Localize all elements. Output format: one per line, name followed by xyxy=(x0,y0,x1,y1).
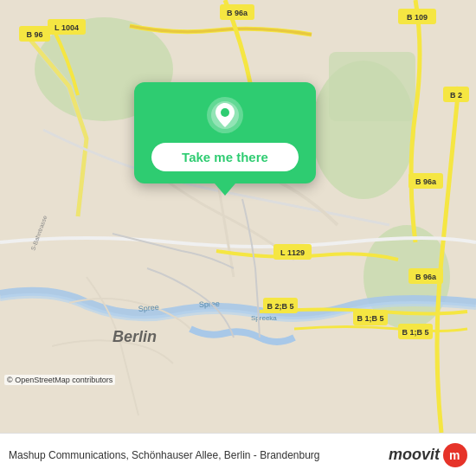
map-container: B 96 L 1004 B 96a B 109 B 2 B 96a B 96a … xyxy=(0,0,476,433)
footer-location-text: Mashup Communications, Schönhauser Allee… xyxy=(9,449,389,461)
svg-text:Spreeka: Spreeka xyxy=(251,314,277,322)
moovit-logo: moovit m xyxy=(389,443,467,467)
svg-text:Spree: Spree xyxy=(138,303,159,313)
take-me-there-button[interactable]: Take me there xyxy=(151,143,299,171)
svg-text:B 96a: B 96a xyxy=(227,9,248,17)
svg-text:Berlin: Berlin xyxy=(113,328,157,345)
svg-text:B 96a: B 96a xyxy=(415,273,437,281)
svg-point-34 xyxy=(221,108,229,117)
svg-text:B 96: B 96 xyxy=(26,30,42,39)
svg-text:m: m xyxy=(449,448,460,462)
svg-text:L 1129: L 1129 xyxy=(280,248,305,257)
footer-bar: Mashup Communications, Schönhauser Allee… xyxy=(0,433,476,476)
moovit-brand-text: moovit xyxy=(389,446,440,464)
osm-attribution: © OpenStreetMap contributors xyxy=(4,375,115,385)
moovit-brand-icon: m xyxy=(443,443,467,467)
svg-text:B 2;B 5: B 2;B 5 xyxy=(267,302,293,311)
location-pin-icon xyxy=(206,96,244,134)
svg-text:L 1004: L 1004 xyxy=(55,23,79,32)
svg-text:B 109: B 109 xyxy=(407,13,428,22)
svg-text:B 1;B 5: B 1;B 5 xyxy=(357,314,383,323)
svg-text:B 2: B 2 xyxy=(450,91,462,100)
svg-text:Spree: Spree xyxy=(199,299,221,309)
popup-card: Take me there xyxy=(134,82,316,183)
svg-text:B 1;B 5: B 1;B 5 xyxy=(402,328,428,337)
svg-rect-4 xyxy=(329,52,415,121)
svg-text:B 96a: B 96a xyxy=(415,177,437,186)
